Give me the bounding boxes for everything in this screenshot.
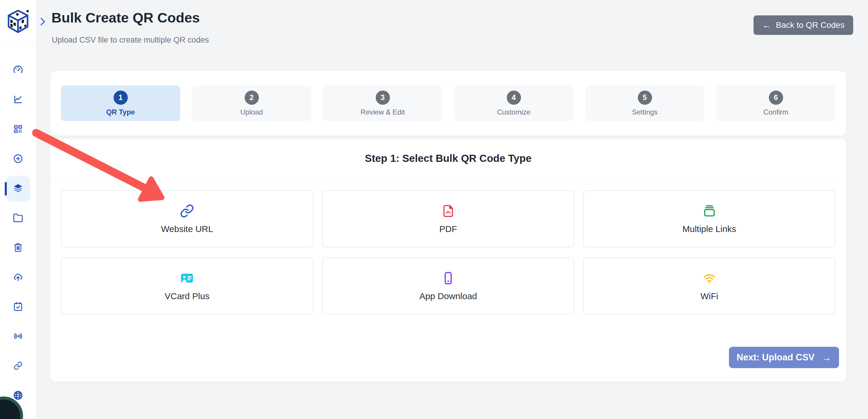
sidebar-item-scheduled[interactable]: [6, 292, 30, 322]
stacked-links-icon: [702, 204, 716, 218]
sidebar: [0, 0, 36, 419]
qr-code-icon: [13, 124, 23, 136]
sidebar-item-analytics[interactable]: [6, 85, 30, 115]
app-cube-logo: [6, 9, 30, 35]
qr-type-card-pdf[interactable]: PDF: [322, 190, 575, 247]
qr-type-card-app-download[interactable]: App Download: [322, 258, 575, 315]
create-plus-icon: [13, 153, 23, 165]
next-button-label: Next: Upload CSV: [737, 352, 815, 363]
qr-type-grid: Website URL PDF: [61, 190, 835, 315]
step-label: Upload: [240, 108, 263, 116]
folder-icon: [13, 212, 23, 224]
qr-type-label: VCard Plus: [164, 291, 210, 301]
step-number-badge: 1: [114, 91, 128, 105]
stepper: 1 QR Type 2 Upload 3 Review & Edit 4 Cus…: [50, 71, 846, 136]
trash-icon: [13, 242, 23, 254]
sidebar-item-qr-codes[interactable]: [6, 115, 30, 144]
sidebar-item-folders[interactable]: [6, 204, 30, 233]
pdf-file-icon: [441, 204, 455, 218]
sidebar-item-broadcast[interactable]: [6, 322, 30, 352]
step-label: Confirm: [763, 108, 788, 116]
step-label: Review & Edit: [361, 108, 405, 116]
qr-type-card-multiple-links[interactable]: Multiple Links: [583, 190, 835, 247]
step-qr-type[interactable]: 1 QR Type: [61, 86, 180, 121]
qr-type-label: Website URL: [161, 224, 213, 234]
sidebar-nav: [0, 44, 36, 411]
step-number-badge: 5: [638, 91, 652, 105]
step-label: Customize: [497, 108, 530, 116]
qr-type-label: PDF: [439, 224, 457, 234]
step-upload[interactable]: 2 Upload: [192, 86, 311, 121]
sidebar-expand-chevron-icon[interactable]: [37, 15, 48, 30]
back-arrow-icon: ←: [763, 21, 771, 30]
sidebar-item-links[interactable]: [6, 352, 30, 381]
qr-type-label: Multiple Links: [683, 224, 736, 234]
qr-type-selection-panel: Step 1: Select Bulk QR Code Type Website…: [50, 139, 846, 382]
step-number-badge: 3: [376, 91, 390, 105]
sidebar-item-bulk-create[interactable]: [6, 174, 30, 204]
cloud-upload-icon: [13, 272, 23, 283]
smartphone-icon: [441, 271, 455, 285]
sidebar-item-trash[interactable]: [6, 233, 30, 263]
step-confirm[interactable]: 6 Confirm: [716, 86, 835, 121]
back-to-qr-codes-button[interactable]: ← Back to QR Codes: [753, 16, 853, 35]
step-number-badge: 4: [507, 91, 521, 105]
step-label: Settings: [632, 108, 658, 116]
id-card-icon: [180, 271, 194, 285]
page-title: Bulk Create QR Codes: [52, 9, 200, 26]
step-review-edit[interactable]: 3 Review & Edit: [323, 86, 442, 121]
link-icon: [13, 361, 23, 371]
back-button-label: Back to QR Codes: [776, 21, 845, 30]
sidebar-item-create-new[interactable]: [6, 144, 30, 174]
step-customize[interactable]: 4 Customize: [454, 86, 574, 121]
page-subtitle: Upload CSV file to create multiple QR co…: [52, 35, 209, 45]
analytics-icon: [13, 94, 23, 106]
qr-type-card-vcard-plus[interactable]: VCard Plus: [61, 258, 313, 315]
step-label: QR Type: [106, 108, 135, 116]
dashboard-icon: [13, 64, 23, 76]
step-number-badge: 2: [245, 91, 259, 105]
broadcast-icon: [13, 331, 23, 343]
step-number-badge: 6: [769, 91, 783, 105]
step-heading: Step 1: Select Bulk QR Code Type: [50, 139, 846, 178]
qr-type-label: App Download: [419, 291, 477, 301]
next-upload-csv-button[interactable]: Next: Upload CSV →: [729, 347, 839, 368]
link-icon: [180, 204, 194, 218]
qr-type-label: WiFi: [701, 291, 718, 301]
bulk-create-qr-page: Bulk Create QR Codes Upload CSV file to …: [0, 0, 868, 419]
sidebar-item-upload[interactable]: [6, 263, 30, 292]
sidebar-item-dashboard[interactable]: [6, 56, 30, 85]
bulk-layers-icon: [13, 183, 23, 195]
logo-block[interactable]: [0, 0, 36, 44]
wifi-icon: [702, 271, 716, 285]
step-settings[interactable]: 5 Settings: [585, 86, 704, 121]
calendar-check-icon: [13, 301, 23, 313]
qr-type-card-wifi[interactable]: WiFi: [583, 258, 835, 315]
right-arrow-icon: →: [822, 353, 831, 362]
qr-type-card-website-url[interactable]: Website URL: [61, 190, 313, 247]
